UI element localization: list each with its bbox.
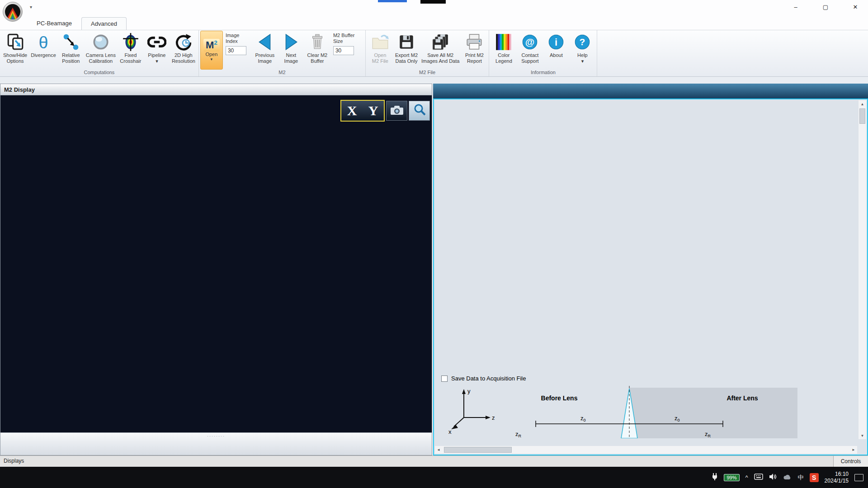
- divergence-button[interactable]: θDivergence: [29, 31, 58, 70]
- ribbon-group-m2: M2Open▾Image IndexPreviousImageNextImage…: [199, 30, 366, 76]
- contact-support-button[interactable]: @ContactSupport: [517, 31, 543, 70]
- scroll-right-icon[interactable]: ►: [850, 448, 857, 452]
- m2-buffer-size-field: M2 Buffer Size: [330, 31, 364, 70]
- m2-chart-area[interactable]: X Y: [0, 95, 432, 432]
- dropdown-arrow-icon: ▾: [211, 57, 213, 61]
- horizontal-scroll-thumb[interactable]: [444, 447, 512, 453]
- pipeline-icon: [147, 33, 166, 52]
- camera-lens-calibration-icon: [91, 33, 110, 52]
- button-label: Resolution: [172, 58, 195, 64]
- vertical-scrollbar[interactable]: ▲ ▼: [859, 100, 866, 439]
- results-panel: Save Data to Acquisition File y: [433, 84, 868, 455]
- relative-position-button[interactable]: RelativePosition: [58, 31, 84, 70]
- save-data-checkbox[interactable]: [441, 375, 448, 382]
- button-label: Divergence: [31, 52, 56, 58]
- y-axis-button[interactable]: Y: [363, 101, 384, 121]
- button-label: Color: [498, 52, 509, 58]
- z0-before-label: z0: [580, 415, 586, 422]
- m2-buffer-size-input[interactable]: [333, 46, 354, 55]
- button-label: Image: [284, 58, 298, 64]
- button-label: Pipeline: [148, 52, 165, 58]
- keyboard-icon[interactable]: [754, 474, 763, 481]
- image-index-input[interactable]: [226, 46, 246, 55]
- notification-center-icon[interactable]: [854, 474, 863, 481]
- trash-icon: [308, 33, 327, 52]
- zoom-button[interactable]: [409, 101, 430, 121]
- button-label: Previous: [255, 52, 274, 58]
- show-hide-options-button[interactable]: Show/HideOptions: [1, 31, 29, 70]
- button-label: Open: [374, 52, 386, 58]
- x-axis-button[interactable]: X: [341, 101, 363, 121]
- tray-expand-icon[interactable]: ^: [745, 474, 748, 481]
- fixed-crosshair-button[interactable]: FixedCrosshair: [118, 31, 144, 70]
- axis-x-label: x: [448, 428, 452, 435]
- ribbon-tab-advanced[interactable]: Advanced: [81, 17, 127, 30]
- button-label: About: [550, 52, 563, 58]
- 2d-high-resolution-button[interactable]: 2D HighResolution: [170, 31, 197, 70]
- onedrive-icon[interactable]: [783, 474, 792, 481]
- 2d-high-resolution-icon: [174, 33, 193, 52]
- zr-before-label: zR: [515, 431, 522, 438]
- snapshot-button[interactable]: [386, 101, 407, 121]
- pipeline-button[interactable]: Pipeline▾: [144, 31, 170, 70]
- minimize-button[interactable]: –: [787, 1, 805, 13]
- button-label: Legend: [495, 58, 512, 64]
- next-icon: [282, 33, 301, 52]
- save-data-label: Save Data to Acquisition File: [451, 375, 526, 382]
- ime-indicator[interactable]: 中: [798, 474, 804, 482]
- quick-access-dropdown-icon[interactable]: ▾: [30, 5, 32, 9]
- scroll-up-icon[interactable]: ▲: [861, 100, 864, 108]
- save-all-m2-button[interactable]: Save All M2Images And Data: [420, 31, 461, 70]
- print-m2-icon: [465, 33, 484, 52]
- save-all-m2-icon: [431, 33, 450, 52]
- background-window-artifact: [378, 0, 407, 2]
- horizontal-scrollbar[interactable]: ◄ ►: [435, 446, 857, 454]
- fixed-crosshair-icon: [121, 33, 140, 52]
- power-plug-icon[interactable]: [712, 473, 718, 482]
- help-button[interactable]: ?Help▾: [569, 31, 595, 70]
- display-switcher-toolbar: ········: [0, 432, 432, 455]
- color-legend-button[interactable]: ColorLegend: [491, 31, 517, 70]
- speaker-icon[interactable]: [769, 473, 777, 482]
- about-button[interactable]: iAbout: [543, 31, 569, 70]
- system-tray: 99% ^ 中 S 16:10 2024/1/15: [712, 467, 868, 488]
- maximize-button[interactable]: ▢: [816, 1, 835, 13]
- contact-support-icon: @: [520, 33, 539, 52]
- axis-y-label: y: [467, 388, 471, 394]
- battery-indicator[interactable]: 99%: [724, 474, 739, 481]
- export-m2-button[interactable]: Export M2Data Only: [393, 31, 420, 70]
- chart-button-bar: X Y: [340, 100, 430, 122]
- scroll-left-icon[interactable]: ◄: [435, 448, 442, 452]
- vertical-scroll-thumb[interactable]: [859, 108, 865, 124]
- save-data-row: Save Data to Acquisition File: [441, 375, 526, 382]
- button-label: Report: [467, 58, 482, 64]
- ribbon-group-label: Information: [491, 70, 595, 76]
- svg-text:@: @: [525, 37, 534, 47]
- ribbon-tab-pc-beamage[interactable]: PC-Beamage: [27, 17, 81, 30]
- open-m2-file-icon: [371, 33, 390, 52]
- caustic-chart[interactable]: [0, 95, 432, 432]
- resize-handle[interactable]: ········: [207, 434, 225, 438]
- close-button[interactable]: ✕: [846, 1, 864, 13]
- show-hide-options-icon: [6, 33, 25, 52]
- status-controls-label[interactable]: Controls: [833, 456, 868, 467]
- button-label: Show/Hide: [3, 52, 27, 58]
- button-label: Position: [62, 58, 80, 64]
- taskbar-clock[interactable]: 16:10 2024/1/15: [825, 471, 849, 484]
- next-image-button[interactable]: NextImage: [278, 31, 304, 70]
- button-label: M2 File: [372, 58, 388, 64]
- m2-buffer-size-label: M2 Buffer Size: [333, 33, 361, 44]
- button-label: Crosshair: [120, 58, 141, 64]
- sogou-input-icon[interactable]: S: [810, 473, 819, 482]
- previous-image-button[interactable]: PreviousImage: [252, 31, 278, 70]
- image-index-field: Image Index: [223, 31, 252, 70]
- button-label: ▾: [581, 58, 584, 64]
- scroll-down-icon[interactable]: ▼: [861, 432, 864, 439]
- taskbar-time: 16:10: [825, 471, 849, 478]
- print-m2-button[interactable]: Print M2Report: [461, 31, 487, 70]
- clear-m2-buffer-button[interactable]: Clear M2Buffer: [304, 31, 330, 70]
- camera-lens-calibration-button[interactable]: Camera LensCalibration: [84, 31, 118, 70]
- open-m2-button[interactable]: M2Open▾: [200, 31, 223, 70]
- background-window-artifact: [420, 0, 446, 4]
- m2-logo-icon: M2: [203, 39, 220, 52]
